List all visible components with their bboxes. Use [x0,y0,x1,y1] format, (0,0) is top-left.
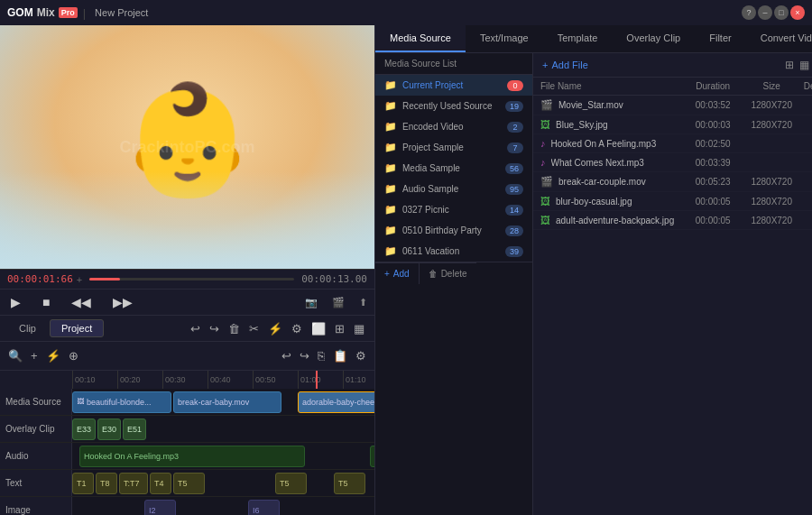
layout-icon[interactable]: ▦ [351,320,367,337]
source-recently-used[interactable]: 📁 Recently Used Source 19 [375,96,532,116]
add-source-button[interactable]: + Add [375,262,419,284]
copy-icon[interactable]: ⎘ [315,347,328,364]
project-tab[interactable]: Project [50,319,104,337]
next-button[interactable]: ▶▶ [109,293,136,311]
stop-button[interactable]: ■ [39,293,53,311]
source-0327-picnic[interactable]: 📁 0327 Picnic 14 [375,199,532,220]
clip-tab[interactable]: Clip [7,319,48,337]
prev-button[interactable]: ◀◀ [68,293,95,311]
delete-blue-sky[interactable]: 🗑 [803,120,812,130]
settings-icon[interactable]: ⚙ [289,320,305,337]
image-i2[interactable]: I2 [144,500,176,516]
source-badge-audio-sample: 95 [505,184,523,195]
magnet-icon[interactable]: ⚡ [43,347,63,364]
track-content-overlay[interactable]: E33 E30 E51 E33 E30 E33 [72,416,374,442]
export-icon[interactable]: ⬆ [359,297,367,308]
track-content-image[interactable]: I2 I6 [72,497,374,515]
track-content-media-source[interactable]: 🖼beautiful-blonde... break-car-baby.mov … [72,389,374,415]
delete-movie-star[interactable]: 🗑 [803,100,812,110]
play-button[interactable]: ▶ [7,293,24,311]
source-0510-birthday[interactable]: 📁 0510 Birthday Party 28 [375,220,532,241]
source-audio-sample[interactable]: 📁 Audio Sample 95 [375,179,532,199]
tab-filter[interactable]: Filter [695,25,745,52]
text-t4-1[interactable]: T4 [150,473,171,494]
source-project-sample[interactable]: 📁 Project Sample 7 [375,137,532,158]
text-t5-1[interactable]: T5 [173,473,205,494]
overlay-e33-1[interactable]: E33 [72,418,96,440]
zoom-in-icon[interactable]: + [28,347,41,364]
undo2-icon[interactable]: ↩ [279,347,294,364]
tab-convert-video[interactable]: Convert Video [746,25,812,52]
grid-view-icon[interactable]: ▦ [799,59,809,71]
tab-overlay-clip[interactable]: Overlay Clip [612,25,695,52]
grid-icon[interactable]: ⊞ [332,320,347,337]
tab-template[interactable]: Template [543,25,613,52]
file-row-blur-boy-casual[interactable]: 🖼 blur-boy-casual.jpg 00:00:05 1280X720 … [533,192,812,211]
file-row-hooked[interactable]: ♪ Hooked On A Feeling.mp3 00:02:50 🗑 [533,134,812,153]
tl-settings-icon[interactable]: ⚙ [353,347,369,364]
file-row-what-comes-next[interactable]: ♪ What Comes Next.mp3 00:03:39 🗑 [533,153,812,172]
window-controls: ? – □ × [742,5,805,20]
track-content-text[interactable]: T1 T8 T:T7 T4 T5 T5 T5 T:T7 T4 [72,470,374,496]
cut-icon[interactable]: ✂ [246,320,262,337]
file-row-blue-sky[interactable]: 🖼 Blue_Sky.jpg 00:00:03 1280X720 🗑 [533,115,812,134]
overlay-e51[interactable]: E51 [123,418,146,440]
camera-icon[interactable]: 📷 [305,297,318,308]
source-current-project[interactable]: 📁 Current Project 0 [375,75,532,96]
delete-source-button[interactable]: 🗑 Delete [419,262,476,284]
text-tt7-1[interactable]: T:T7 [119,473,148,494]
redo2-icon[interactable]: ↪ [297,347,312,364]
clip-icon[interactable]: 🎬 [332,297,345,308]
close-button[interactable]: × [790,5,805,20]
text-t5-3[interactable]: T5 [334,473,365,494]
delete-blur-boy-casual[interactable]: 🗑 [803,197,812,207]
source-label-0611-vacation: 0611 Vacation [402,246,459,256]
tab-media-source[interactable]: Media Source [375,25,466,52]
image-i6[interactable]: I6 [248,500,280,516]
audio-hooked-1[interactable]: Hooked On A Feeling.mp3 [79,446,305,467]
right-panel: Media Source Text/Image Template Overlay… [374,25,812,515]
clip-beautiful-blonde[interactable]: 🖼beautiful-blonde... [72,391,171,413]
text-t5-2[interactable]: T5 [275,473,307,494]
source-encoded-video[interactable]: 📁 Encoded Video 2 [375,116,532,137]
track-label-text: Text [0,470,72,496]
plus-icon[interactable]: + [77,274,82,285]
delete-what-comes-next[interactable]: 🗑 [803,158,812,168]
track-image: Image I2 I6 [0,497,374,515]
progress-bar[interactable] [89,278,294,280]
clip-adorable-baby-cheef[interactable]: adorable-baby-cheef... [298,391,374,413]
redo-icon[interactable]: ↪ [207,320,222,337]
undo-icon[interactable]: ↩ [188,320,203,337]
delete-tl-icon[interactable]: 🗑 [226,320,243,337]
source-0611-vacation[interactable]: 📁 0611 Vacation 39 [375,241,532,262]
tab-text-image[interactable]: Text/Image [466,25,543,52]
file-row-movie-star[interactable]: 🎬 Movie_Star.mov 00:03:52 1280X720 🗑 [533,96,812,115]
delete-hooked[interactable]: 🗑 [803,139,812,149]
audio-hooked-2[interactable]: Hooked On A Feeling.mp3 [370,446,374,467]
folder-icon-8: 📁 [384,225,397,236]
source-badge-0510-birthday: 28 [505,225,523,236]
add-track-icon[interactable]: ⊕ [66,347,81,364]
maximize-button[interactable]: □ [774,5,789,20]
track-content-audio[interactable]: Hooked On A Feeling.mp3 Hooked On A Feel… [72,443,374,469]
split-icon[interactable]: ⚡ [265,320,285,337]
text-t1[interactable]: T1 [72,473,94,494]
minimize-button[interactable]: ? [742,5,756,20]
list-view-icon[interactable]: ⊞ [785,59,794,71]
image-icon-adult-adventure: 🖼 [540,215,550,225]
add-file-button[interactable]: + Add File [542,60,588,70]
delete-adult-adventure[interactable]: 🗑 [803,216,812,225]
file-row-break-car-couple[interactable]: 🎬 break-car-couple.mov 00:05:23 1280X720… [533,172,812,192]
overlay-e30-1[interactable]: E30 [97,418,121,440]
clip-break-car-baby[interactable]: break-car-baby.mov [173,391,281,413]
help-button[interactable]: – [758,5,772,20]
source-media-sample[interactable]: 📁 Media Sample 56 [375,158,532,179]
playhead[interactable] [316,371,318,389]
delete-break-car-couple[interactable]: 🗑 [803,177,812,187]
file-list: + Add File ⊞ ▦ 🎵 File Name Duration Size… [533,53,812,515]
paste-icon[interactable]: 📋 [330,347,350,364]
file-row-adult-adventure[interactable]: 🖼 adult-adventure-backpack.jpg 00:00:05 … [533,211,812,230]
text-t8[interactable]: T8 [96,473,117,494]
zoom-out-icon[interactable]: 🔍 [5,347,25,364]
transform-icon[interactable]: ⬜ [309,320,328,337]
